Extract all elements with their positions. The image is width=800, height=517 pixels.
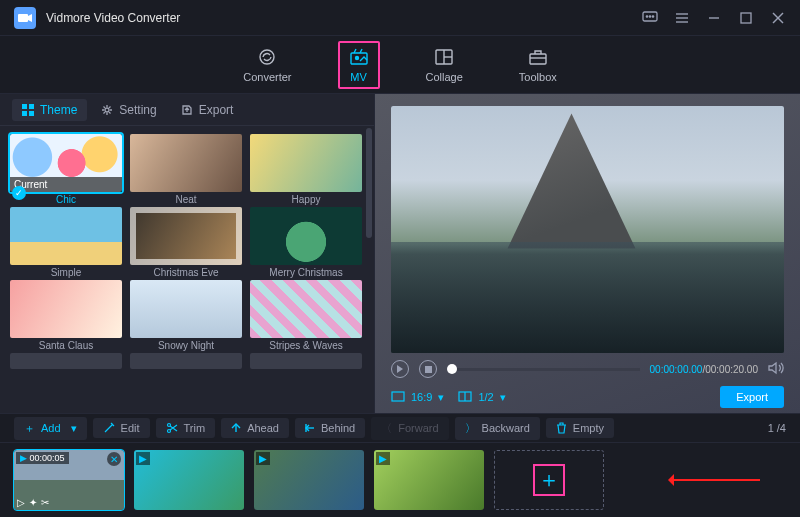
trash-icon [556, 422, 567, 434]
export-button[interactable]: Export [720, 386, 784, 408]
wand-icon [103, 422, 115, 434]
chevron-down-icon: ▾ [500, 391, 506, 404]
play-button[interactable] [391, 360, 409, 378]
maximize-icon[interactable] [738, 10, 754, 26]
empty-button[interactable]: Empty [546, 418, 614, 438]
theme-more-2[interactable] [130, 353, 242, 369]
tab-export[interactable]: Export [171, 99, 244, 121]
collage-icon [433, 47, 455, 67]
theme-more-3[interactable] [250, 353, 362, 369]
theme-more-1[interactable] [10, 353, 122, 369]
edit-button[interactable]: Edit [93, 418, 150, 438]
scissors-icon [166, 422, 178, 434]
tab-setting-label: Setting [119, 103, 156, 117]
nav-collage[interactable]: Collage [416, 41, 473, 89]
backward-button[interactable]: 〉Backward [455, 417, 540, 440]
theme-christmas-eve[interactable]: Christmas Eve [130, 207, 242, 278]
svg-rect-22 [22, 111, 27, 116]
clip-3[interactable]: ▶ [254, 450, 364, 510]
add-button[interactable]: ＋ Add ▾ [14, 417, 87, 440]
split-selector[interactable]: 1/2 ▾ [458, 391, 505, 404]
plus-icon: ＋ [533, 464, 565, 496]
menu-icon[interactable] [674, 10, 690, 26]
aspect-ratio-selector[interactable]: 16:9 ▾ [391, 391, 444, 404]
theme-panel: Theme Setting Export Current✓ Chic Neat … [0, 94, 375, 413]
svg-point-14 [355, 56, 358, 59]
clip-4[interactable]: ▶ [374, 450, 484, 510]
svg-rect-25 [425, 366, 432, 373]
ahead-button[interactable]: Ahead [221, 418, 289, 438]
nav-mv[interactable]: MV [338, 41, 380, 89]
left-tabs: Theme Setting Export [0, 94, 374, 126]
theme-merry-christmas[interactable]: Merry Christmas [250, 207, 362, 278]
annotation-arrow [670, 479, 760, 481]
current-tag: Current [10, 177, 122, 192]
video-preview[interactable] [391, 106, 784, 353]
behind-button[interactable]: Behind [295, 418, 365, 438]
theme-snowy-night[interactable]: Snowy Night [130, 280, 242, 351]
svg-rect-0 [18, 14, 28, 22]
theme-happy[interactable]: Happy [250, 134, 362, 205]
main-nav: Converter MV Collage Toolbox [0, 36, 800, 94]
theme-simple[interactable]: Simple [10, 207, 122, 278]
check-icon: ✓ [12, 186, 26, 200]
svg-point-4 [652, 15, 653, 16]
add-clip-slot[interactable]: ＋ [494, 450, 604, 510]
app-title: Vidmore Video Converter [46, 11, 180, 25]
theme-stripes-waves[interactable]: Stripes & Waves [250, 280, 362, 351]
chevron-down-icon: ▾ [71, 422, 77, 435]
svg-point-24 [105, 108, 109, 112]
tab-theme-label: Theme [40, 103, 77, 117]
svg-rect-21 [29, 104, 34, 109]
app-logo [14, 7, 36, 29]
theme-chic[interactable]: Current✓ Chic [10, 134, 122, 205]
svg-rect-26 [392, 392, 404, 401]
theme-santa-claus[interactable]: Santa Claus [10, 280, 122, 351]
minimize-icon[interactable] [706, 10, 722, 26]
svg-rect-9 [741, 13, 751, 23]
theme-grid[interactable]: Current✓ Chic Neat Happy Simple Christma… [0, 126, 374, 413]
forward-icon: 〈 [381, 421, 392, 436]
timeline-scrubber[interactable] [447, 368, 640, 371]
mv-icon [348, 47, 370, 67]
export-icon [181, 104, 193, 116]
preview-panel: 00:00:00.00/00:00:20.00 16:9 ▾ 1/2 ▾ [375, 94, 800, 413]
wand-icon[interactable]: ✦ [29, 497, 37, 508]
clip-controls: ▷✦✂ [17, 497, 49, 508]
tab-setting[interactable]: Setting [91, 99, 166, 121]
titlebar: Vidmore Video Converter [0, 0, 800, 36]
gear-icon [101, 104, 113, 116]
scrollbar[interactable] [366, 128, 372, 413]
svg-point-12 [260, 50, 274, 64]
trim-button[interactable]: Trim [156, 418, 216, 438]
tab-theme[interactable]: Theme [12, 99, 87, 121]
clip-2[interactable]: ▶ [134, 450, 244, 510]
timecode: 00:00:00.00/00:00:20.00 [650, 364, 758, 375]
split-icon [458, 391, 472, 404]
close-icon[interactable] [770, 10, 786, 26]
behind-icon [305, 423, 315, 433]
scissors-icon[interactable]: ✂ [41, 497, 49, 508]
feedback-icon[interactable] [642, 10, 658, 26]
clip-1[interactable]: ▶ 00:00:05 ✕ ▷✦✂ [14, 450, 124, 510]
converter-icon [256, 47, 278, 67]
video-indicator-icon: ▶ [376, 452, 390, 465]
stop-button[interactable] [419, 360, 437, 378]
tab-export-label: Export [199, 103, 234, 117]
nav-toolbox[interactable]: Toolbox [509, 41, 567, 89]
video-indicator-icon: ▶ [136, 452, 150, 465]
play-icon[interactable]: ▷ [17, 497, 25, 508]
ahead-icon [231, 423, 241, 433]
theme-neat[interactable]: Neat [130, 134, 242, 205]
remove-clip-icon[interactable]: ✕ [107, 452, 121, 466]
chevron-down-icon: ▾ [438, 391, 444, 404]
clip-duration: ▶ 00:00:05 [16, 452, 69, 464]
video-indicator-icon: ▶ [256, 452, 270, 465]
nav-converter[interactable]: Converter [233, 41, 301, 89]
svg-point-2 [646, 15, 647, 16]
forward-button: 〈Forward [371, 417, 448, 440]
svg-rect-18 [530, 54, 546, 64]
clip-strip: ▶ 00:00:05 ✕ ▷✦✂ ▶ ▶ ▶ ＋ [0, 443, 800, 517]
volume-icon[interactable] [768, 361, 784, 377]
svg-point-3 [649, 15, 650, 16]
